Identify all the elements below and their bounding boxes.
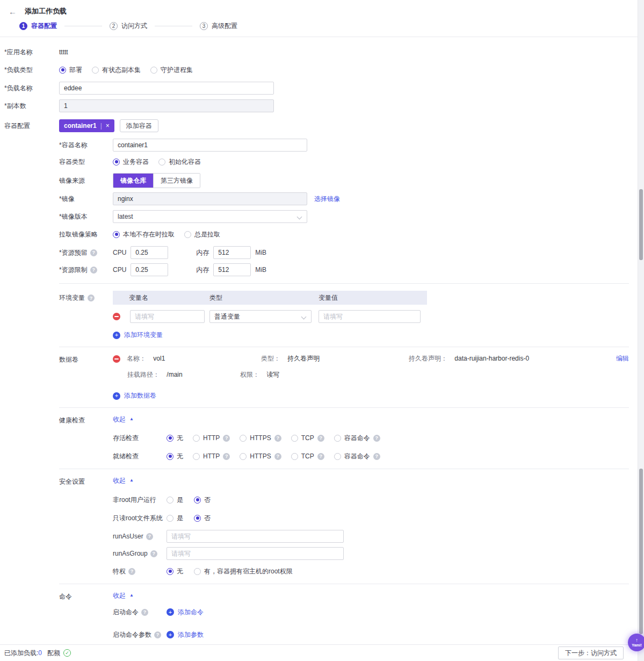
radio-dot (193, 435, 200, 442)
readonly-no-radio[interactable]: 否 (194, 514, 211, 523)
help-icon[interactable] (223, 453, 230, 460)
scrollbar-thumb[interactable] (639, 469, 643, 634)
help-icon[interactable] (154, 631, 161, 638)
memory-label: 内存 (196, 248, 209, 257)
container-name-input[interactable] (113, 139, 307, 152)
container-type-init-radio[interactable]: 初始化容器 (158, 157, 201, 167)
image-source-registry-tab[interactable]: 镜像仓库 (113, 174, 153, 188)
nonroot-no-radio[interactable]: 否 (194, 495, 211, 505)
add-env-var-link[interactable]: 添加环境变量 (113, 330, 163, 340)
env-name-input[interactable] (130, 310, 205, 323)
readonly-yes-radio[interactable]: 是 (167, 514, 183, 523)
next-step-button[interactable]: 下一步：访问方式 (558, 646, 624, 659)
container-type-business-radio[interactable]: 业务容器 (113, 157, 149, 167)
help-icon[interactable] (141, 609, 148, 616)
section-divider (59, 407, 629, 408)
readiness-http-radio[interactable]: HTTP (193, 452, 230, 460)
memory-request-input[interactable] (213, 246, 251, 259)
step-access-mode[interactable]: 2 访问方式 (110, 21, 147, 31)
container-type-label: 容器类型 (59, 157, 113, 167)
radio-dot (291, 435, 298, 442)
liveness-https-radio[interactable]: HTTPS (240, 434, 281, 442)
liveness-tcp-radio[interactable]: TCP (291, 434, 324, 442)
help-icon[interactable] (146, 533, 153, 540)
feedback-fab[interactable]: Yami! (628, 634, 644, 651)
replicas-input[interactable] (59, 99, 274, 112)
minus-circle-icon[interactable] (113, 313, 120, 320)
step-1-circle: 1 (19, 22, 27, 30)
command-collapse-link[interactable]: 收起 (113, 591, 134, 600)
help-icon[interactable] (128, 568, 135, 575)
help-icon[interactable] (373, 453, 380, 460)
add-container-button[interactable]: 添加容器 (120, 119, 158, 132)
add-volume-link[interactable]: 添加数据卷 (113, 391, 156, 400)
pull-policy-always-radio[interactable]: 总是拉取 (184, 230, 220, 239)
cpu-request-input[interactable] (131, 246, 168, 259)
env-vars-label: 环境变量 (59, 293, 113, 303)
help-icon[interactable] (150, 550, 157, 557)
liveness-none-radio[interactable]: 无 (167, 434, 183, 443)
image-source-thirdparty-tab[interactable]: 第三方镜像 (153, 174, 200, 188)
run-as-user-input[interactable] (167, 530, 344, 543)
row-resource-request: *资源预留 CPU 内存 MiB (59, 246, 644, 259)
nonroot-label: 非root用户运行 (113, 495, 167, 505)
quota-label: 配额 (47, 649, 60, 658)
add-args-link[interactable]: 添加参数 (167, 630, 204, 640)
chevron-down-icon (297, 214, 302, 220)
nonroot-yes-radio[interactable]: 是 (167, 495, 183, 505)
image-label: *镜像 (59, 195, 113, 204)
row-volumes: 数据卷 名称： vol1 类型： 持久卷声明 持久卷声明： data-ruiji… (59, 354, 644, 400)
cpu-limit-input[interactable] (131, 263, 168, 276)
health-collapse-link[interactable]: 收起 (113, 415, 134, 424)
minus-circle-icon[interactable] (113, 355, 120, 363)
liveness-command-radio[interactable]: 容器命令 (334, 434, 380, 443)
readiness-none-radio[interactable]: 无 (167, 452, 183, 461)
plus-circle-icon (167, 608, 174, 616)
close-icon[interactable]: × (106, 122, 110, 130)
env-value-input[interactable] (319, 310, 421, 323)
env-type-select[interactable]: 普通变量 (209, 310, 312, 323)
help-icon[interactable] (274, 453, 281, 460)
image-version-label: *镜像版本 (59, 212, 113, 221)
help-icon[interactable] (223, 435, 230, 442)
readiness-tcp-radio[interactable]: TCP (291, 452, 324, 460)
container-config-label: 容器配置 (4, 121, 59, 131)
image-version-select[interactable]: latest (113, 210, 307, 223)
help-icon[interactable] (90, 267, 97, 274)
step-container-config[interactable]: 1 容器配置 (19, 21, 57, 31)
workload-type-deploy-radio[interactable]: 部署 (59, 66, 82, 75)
readiness-https-radio[interactable]: HTTPS (240, 452, 281, 460)
select-image-link[interactable]: 选择镜像 (314, 195, 340, 204)
help-icon[interactable] (88, 294, 95, 301)
scrollbar-thumb[interactable] (639, 189, 643, 260)
add-command-link[interactable]: 添加命令 (167, 608, 204, 617)
radio-dot (167, 497, 173, 504)
workload-name-input[interactable] (59, 82, 274, 95)
help-icon[interactable] (274, 435, 281, 442)
step-advanced-config[interactable]: 3 高级配置 (200, 21, 237, 31)
readiness-command-radio[interactable]: 容器命令 (334, 452, 380, 461)
help-icon[interactable] (90, 249, 97, 256)
health-check-label: 健康检查 (59, 416, 113, 425)
help-icon[interactable] (317, 435, 324, 442)
liveness-http-radio[interactable]: HTTP (193, 434, 230, 442)
back-icon[interactable] (9, 8, 17, 16)
container-tab[interactable]: container1 | × (59, 119, 114, 132)
radio-dot (167, 515, 173, 522)
workload-type-daemonset-radio[interactable]: 守护进程集 (150, 66, 193, 75)
pull-policy-ifnotpresent-radio[interactable]: 本地不存在时拉取 (113, 230, 175, 239)
volume-edit-link[interactable]: 编辑 (616, 354, 629, 363)
workload-type-statefulset-radio[interactable]: 有状态副本集 (92, 66, 141, 75)
help-icon[interactable] (317, 453, 324, 460)
header: 添加工作负载 1 容器配置 2 访问方式 3 高级配置 (0, 0, 644, 37)
start-args-row: 启动命令参数 添加参数 (113, 629, 204, 640)
help-icon[interactable] (373, 435, 380, 442)
image-input[interactable] (113, 192, 307, 205)
privilege-none-radio[interactable]: 无 (167, 567, 183, 576)
privilege-has-radio[interactable]: 有，容器拥有宿主机的root权限 (194, 567, 293, 576)
run-as-group-input[interactable] (167, 547, 344, 560)
radio-dot (167, 435, 173, 442)
security-collapse-link[interactable]: 收起 (113, 476, 134, 485)
memory-limit-input[interactable] (213, 263, 251, 276)
radio-dot (240, 435, 247, 442)
